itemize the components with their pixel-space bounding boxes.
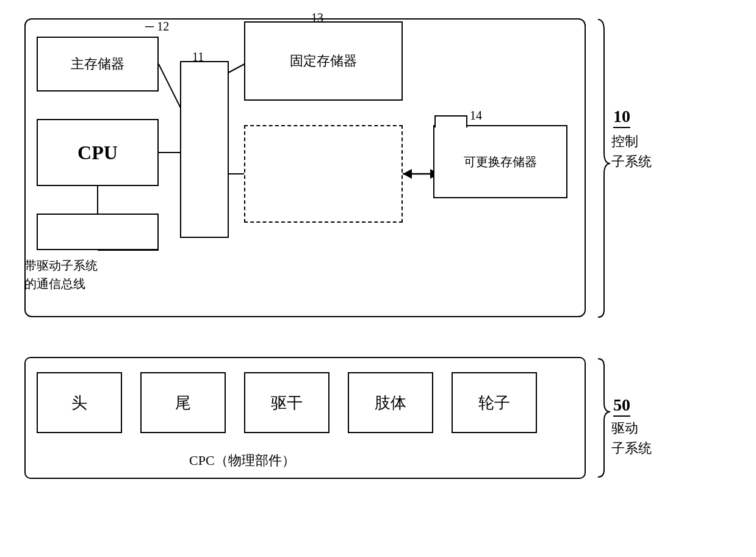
comm-bus-box	[37, 214, 159, 250]
label-10-num: 10	[613, 107, 630, 126]
replaceable-memory-label: 可更换存储器	[464, 154, 537, 170]
cpc-label: CPC（物理部件）	[189, 451, 295, 470]
main-memory-label: 主存储器	[71, 55, 124, 73]
cpu-box: CPU	[37, 119, 159, 186]
cpc-box-torso: 驱干	[244, 372, 329, 433]
replaceable-memory-box: 可更换存储器	[433, 125, 567, 198]
main-memory-box: 主存储器	[37, 37, 159, 92]
fixed-memory-box: 固定存储器	[244, 21, 403, 101]
cpc-box-limbs: 肢体	[348, 372, 433, 433]
dashed-box	[244, 125, 403, 223]
label-14: 14	[470, 109, 482, 123]
bus-connector-box	[180, 61, 229, 238]
cpc-box-tail: 尾	[140, 372, 226, 433]
label-50-text: 驱动 子系统	[611, 418, 652, 458]
comm-bus-label: 带驱动子系统 的通信总线	[24, 256, 98, 293]
fixed-memory-label: 固定存储器	[290, 52, 357, 70]
cpc-box-wheels: 轮子	[452, 372, 537, 433]
label-12: ─ 12	[145, 20, 169, 34]
cpc-boxes-container: 头 尾 驱干 肢体 轮子	[37, 372, 537, 433]
label-10-text: 控制 子系统	[611, 131, 652, 171]
label-50-num: 50	[613, 395, 630, 415]
cpu-label: CPU	[77, 142, 118, 164]
cpc-box-head: 头	[37, 372, 122, 433]
